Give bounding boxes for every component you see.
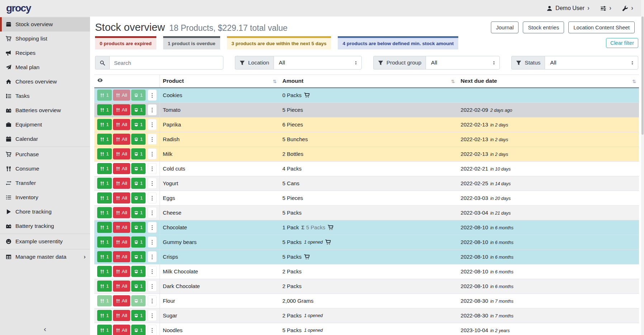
row-menu-button[interactable]: ⋮ [148, 266, 157, 277]
settings-menu[interactable]: › [600, 5, 611, 11]
sidebar-item-recipes[interactable]: Recipes [0, 46, 90, 60]
scrollbar-thumb[interactable] [641, 16, 644, 135]
stock-entries-button[interactable]: Stock entries [523, 21, 564, 33]
consume-one-button[interactable]: 1 [97, 148, 112, 159]
open-one-button[interactable]: 1 [131, 90, 146, 101]
open-one-button[interactable]: 1 [131, 251, 146, 262]
column-header-amount[interactable]: Amount ⇅ [280, 75, 458, 88]
sidebar-item-example-userentity[interactable]: Example userentity [0, 234, 90, 249]
open-one-button[interactable]: 1 [131, 266, 146, 277]
status-chip[interactable]: 4 products are below defined min. stock … [338, 36, 458, 49]
consume-all-button[interactable]: All [113, 192, 130, 204]
open-one-button[interactable]: 1 [131, 134, 146, 145]
open-one-button[interactable]: 1 [131, 325, 146, 335]
row-menu-button[interactable]: ⋮ [148, 119, 157, 130]
row-menu-button[interactable]: ⋮ [148, 134, 157, 145]
consume-all-button[interactable]: All [113, 266, 130, 277]
sidebar-item-tasks[interactable]: Tasks [0, 89, 90, 103]
product-name[interactable]: Milk [163, 151, 172, 157]
consume-one-button[interactable]: 1 [97, 251, 112, 262]
product-name[interactable]: Yogurt [163, 180, 178, 186]
product-name[interactable]: Gummy bears [163, 239, 196, 245]
open-one-button[interactable]: 1 [131, 222, 146, 233]
row-menu-button[interactable]: ⋮ [148, 251, 157, 262]
consume-one-button[interactable]: 1 [97, 90, 112, 101]
sidebar-item-calendar[interactable]: Calendar [0, 132, 90, 146]
status-chip[interactable]: 1 product is overdue [163, 36, 220, 49]
consume-all-button[interactable]: All [113, 104, 130, 115]
row-menu-button[interactable]: ⋮ [148, 178, 157, 189]
consume-one-button[interactable]: 1 [97, 236, 112, 248]
open-one-button[interactable]: 1 [131, 178, 146, 189]
consume-all-button[interactable]: All [113, 134, 130, 145]
row-menu-button[interactable]: ⋮ [148, 192, 157, 204]
open-one-button[interactable]: 1 [131, 281, 146, 292]
consume-one-button[interactable]: 1 [97, 310, 112, 321]
sidebar-item-consume[interactable]: Consume [0, 162, 90, 176]
product-name[interactable]: Radish [163, 136, 180, 142]
open-one-button[interactable]: 1 [131, 236, 146, 248]
row-menu-button[interactable]: ⋮ [148, 295, 157, 306]
open-one-button[interactable]: 1 [131, 163, 146, 174]
column-header-next-due-date[interactable]: Next due date ⇅ [458, 75, 639, 88]
sidebar-item-batteries-overview[interactable]: Batteries overview [0, 103, 90, 118]
consume-all-button[interactable]: All [113, 163, 130, 174]
app-logo[interactable]: grocy [6, 3, 31, 14]
consume-all-button[interactable]: All [113, 148, 130, 159]
open-one-button[interactable]: 1 [131, 295, 146, 306]
product-name[interactable]: Flour [163, 298, 175, 304]
consume-all-button[interactable]: All [113, 310, 130, 321]
product-name[interactable]: Milk Chocolate [163, 268, 198, 274]
row-menu-button[interactable]: ⋮ [148, 207, 157, 218]
sidebar-item-manage-master-data[interactable]: Manage master data › [0, 250, 90, 264]
consume-all-button[interactable]: All [113, 90, 130, 101]
sidebar-item-transfer[interactable]: Transfer [0, 176, 90, 190]
filter-select[interactable]: All [545, 56, 638, 70]
sidebar-item-equipment[interactable]: Equipment [0, 118, 90, 132]
consume-one-button[interactable]: 1 [97, 325, 112, 335]
row-menu-button[interactable]: ⋮ [148, 236, 157, 248]
sidebar-item-battery-tracking[interactable]: Battery tracking [0, 219, 90, 233]
product-name[interactable]: Noodles [163, 327, 183, 333]
open-one-button[interactable]: 1 [131, 192, 146, 204]
open-one-button[interactable]: 1 [131, 104, 146, 115]
product-name[interactable]: Cookies [163, 92, 182, 98]
row-menu-button[interactable]: ⋮ [148, 281, 157, 292]
consume-one-button[interactable]: 1 [97, 281, 112, 292]
consume-all-button[interactable]: All [113, 236, 130, 248]
consume-all-button[interactable]: All [113, 281, 130, 292]
row-menu-button[interactable]: ⋮ [148, 325, 157, 335]
consume-one-button[interactable]: 1 [97, 104, 112, 115]
product-name[interactable]: Dark Chocolate [163, 283, 200, 289]
consume-all-button[interactable]: All [113, 251, 130, 262]
product-name[interactable]: Eggs [163, 195, 175, 201]
row-menu-button[interactable]: ⋮ [148, 148, 157, 159]
sidebar-item-inventory[interactable]: Inventory [0, 190, 90, 205]
row-menu-button[interactable]: ⋮ [148, 163, 157, 174]
sidebar-item-meal-plan[interactable]: Meal plan [0, 60, 90, 75]
admin-tools-menu[interactable]: › [622, 5, 633, 11]
product-name[interactable]: Cheese [163, 210, 181, 216]
consume-one-button[interactable]: 1 [97, 134, 112, 145]
consume-all-button[interactable]: All [113, 207, 130, 218]
consume-one-button[interactable]: 1 [97, 295, 112, 306]
consume-all-button[interactable]: All [113, 295, 130, 306]
consume-one-button[interactable]: 1 [97, 163, 112, 174]
consume-one-button[interactable]: 1 [97, 222, 112, 233]
sidebar-item-stock-overview[interactable]: Stock overview [0, 17, 90, 32]
user-menu[interactable]: Demo User › [546, 5, 589, 11]
search-input[interactable] [109, 56, 223, 70]
filter-select[interactable]: All [274, 56, 362, 70]
consume-all-button[interactable]: All [113, 178, 130, 189]
consume-all-button[interactable]: All [113, 325, 130, 335]
consume-one-button[interactable]: 1 [97, 192, 112, 204]
column-header-product[interactable]: Product ⇅ [160, 75, 280, 88]
consume-all-button[interactable]: All [113, 119, 130, 130]
filter-select[interactable]: All [426, 56, 500, 70]
product-name[interactable]: Cold cuts [163, 166, 185, 172]
status-chip[interactable]: 3 products are due within the next 5 day… [227, 36, 331, 49]
open-one-button[interactable]: 1 [131, 310, 146, 321]
sidebar-collapse-button[interactable]: ‹ [0, 324, 90, 334]
open-one-button[interactable]: 1 [131, 207, 146, 218]
location-content-sheet-button[interactable]: Location Content Sheet [568, 21, 635, 33]
